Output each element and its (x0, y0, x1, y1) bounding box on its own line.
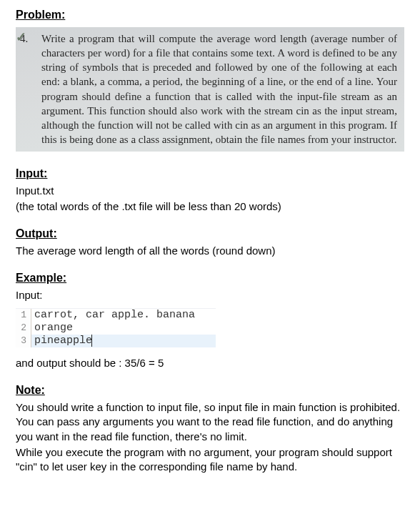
input-filename: Input.txt (16, 184, 404, 198)
heading-example: Example: (16, 270, 404, 286)
code-editor: 1 carrot, car apple. banana 2 orange 3 p… (16, 308, 216, 347)
heading-input: Input: (16, 166, 404, 182)
problem-number: 4. (20, 31, 28, 46)
note-body: You should write a function to input fil… (16, 400, 404, 474)
input-constraint: (the total words of the .txt file will b… (16, 199, 404, 214)
example-output: and output should be : 35/6 = 5 (16, 356, 404, 370)
heading-problem: Problem: (16, 7, 404, 23)
code-row: 3 pineapple (16, 335, 216, 347)
output-description: The average word length of all the words… (16, 244, 404, 258)
code-row: 1 carrot, car apple. banana (16, 309, 216, 322)
code-row: 2 orange (16, 322, 216, 335)
code-line: pineapple (31, 335, 216, 347)
code-line: carrot, car apple. banana (31, 309, 216, 322)
example-input-label: Input: (16, 288, 404, 302)
problem-text: Write a program that will compute the av… (41, 33, 397, 146)
heading-note: Note: (16, 382, 404, 398)
note-paragraph-2: While you execute the program with no ar… (16, 445, 404, 475)
note-paragraph-1: You should write a function to input fil… (16, 400, 404, 444)
heading-output: Output: (16, 226, 404, 242)
line-number: 1 (16, 309, 31, 322)
textbook-excerpt: ✓ 4. Write a program that will compute t… (16, 27, 404, 152)
line-number: 2 (16, 322, 31, 335)
text-caret (91, 335, 92, 347)
line-number: 3 (16, 335, 31, 347)
code-line: orange (31, 322, 216, 335)
